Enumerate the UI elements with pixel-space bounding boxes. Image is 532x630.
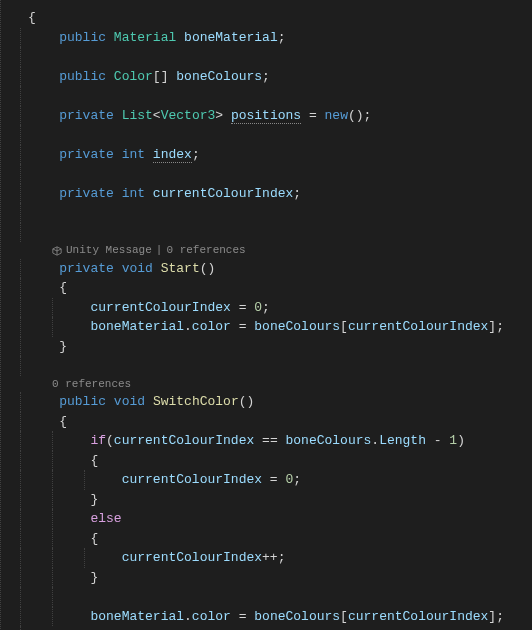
identifier: index xyxy=(153,147,192,163)
code-line[interactable]: private void Start() xyxy=(20,259,532,279)
keyword: new xyxy=(325,108,348,123)
identifier: boneColours xyxy=(176,69,262,84)
keyword: private xyxy=(59,147,114,162)
brace: { xyxy=(28,10,36,25)
code-line[interactable]: { xyxy=(20,451,532,471)
code-line[interactable]: { xyxy=(20,278,532,298)
type: Vector3 xyxy=(161,108,216,123)
code-line[interactable]: public void SwitchColor() xyxy=(20,392,532,412)
code-line[interactable]: } xyxy=(20,490,532,510)
brace: { xyxy=(59,280,67,295)
blank-line xyxy=(20,125,532,145)
code-line[interactable]: private int index; xyxy=(20,145,532,165)
code-line[interactable]: private int currentColourIndex; xyxy=(20,184,532,204)
code-line[interactable]: } xyxy=(20,626,532,630)
keyword: void xyxy=(122,261,153,276)
brace: { xyxy=(90,453,98,468)
keyword: public xyxy=(59,30,106,45)
blank-line xyxy=(20,356,532,376)
type: int xyxy=(122,147,145,162)
codelens-refs[interactable]: 0 references xyxy=(52,376,131,393)
codelens[interactable]: 0 references xyxy=(20,376,532,393)
code-line[interactable]: currentColourIndex = 0; xyxy=(20,470,532,490)
keyword: else xyxy=(90,511,121,526)
brace: { xyxy=(59,414,67,429)
keyword: public xyxy=(59,394,106,409)
brace: { xyxy=(90,531,98,546)
type: int xyxy=(122,186,145,201)
identifier: currentColourIndex xyxy=(122,472,262,487)
code-line[interactable]: { xyxy=(20,8,532,28)
code-line[interactable]: else xyxy=(20,509,532,529)
code-line[interactable]: private List<Vector3> positions = new(); xyxy=(20,106,532,126)
keyword: public xyxy=(59,69,106,84)
brace: } xyxy=(59,339,67,354)
code-line[interactable]: } xyxy=(20,568,532,588)
keyword: if xyxy=(90,433,106,448)
brace: } xyxy=(90,492,98,507)
method: Start xyxy=(161,261,200,276)
blank-line xyxy=(20,203,532,223)
code-editor[interactable]: { public Material boneMaterial; public C… xyxy=(0,0,532,630)
identifier: currentColourIndex xyxy=(122,550,262,565)
identifier: currentColourIndex xyxy=(153,186,293,201)
code-line[interactable]: { xyxy=(20,529,532,549)
code-line[interactable]: currentColourIndex = 0; xyxy=(20,298,532,318)
code-line[interactable]: currentColourIndex++; xyxy=(20,548,532,568)
code-line[interactable]: public Material boneMaterial; xyxy=(20,28,532,48)
blank-line xyxy=(20,587,532,607)
code-line[interactable]: boneMaterial.color = boneColours[current… xyxy=(20,607,532,627)
identifier: boneMaterial xyxy=(184,30,278,45)
codelens-text: Unity Message xyxy=(66,242,152,259)
code-line[interactable]: boneMaterial.color = boneColours[current… xyxy=(20,317,532,337)
type: List xyxy=(122,108,153,123)
identifier: boneMaterial xyxy=(90,319,184,334)
number: 0 xyxy=(254,300,262,315)
number: 1 xyxy=(449,433,457,448)
blank-line xyxy=(20,164,532,184)
blank-line xyxy=(20,223,532,243)
code-line[interactable]: public Color[] boneColours; xyxy=(20,67,532,87)
keyword: void xyxy=(114,394,145,409)
unity-icon xyxy=(52,245,62,255)
keyword: private xyxy=(59,261,114,276)
code-line[interactable]: if(currentColourIndex == boneColours.Len… xyxy=(20,431,532,451)
identifier: positions xyxy=(231,108,301,124)
codelens-refs[interactable]: 0 references xyxy=(166,242,245,259)
code-line[interactable]: } xyxy=(20,337,532,357)
code-line[interactable]: { xyxy=(20,412,532,432)
blank-line xyxy=(20,86,532,106)
keyword: private xyxy=(59,186,114,201)
identifier: boneMaterial xyxy=(90,609,184,624)
type: Color xyxy=(114,69,153,84)
keyword: private xyxy=(59,108,114,123)
brace: } xyxy=(90,570,98,585)
blank-line xyxy=(20,47,532,67)
identifier: currentColourIndex xyxy=(90,300,230,315)
type: Material xyxy=(114,30,176,45)
codelens[interactable]: Unity Message | 0 references xyxy=(20,242,532,259)
method: SwitchColor xyxy=(153,394,239,409)
